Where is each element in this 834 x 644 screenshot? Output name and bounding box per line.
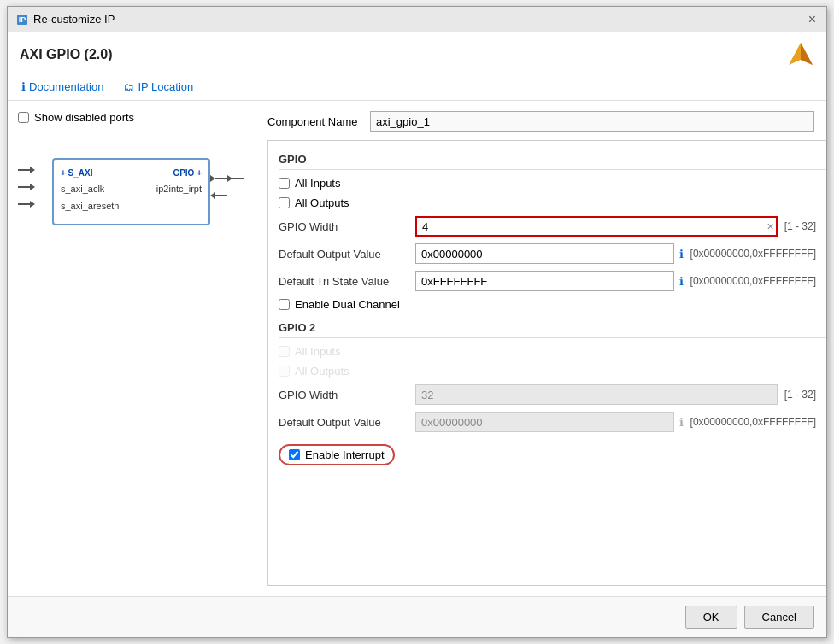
tab-documentation-label: Documentation — [29, 80, 103, 93]
schematic-box: + S_AXI GPIO + s_axi_aclk s_axi_aresetn … — [52, 158, 210, 225]
all-inputs-checkbox[interactable] — [279, 178, 290, 189]
show-disabled-ports-label: Show disabled ports — [34, 111, 134, 124]
default-output-value-info-icon[interactable]: ℹ — [679, 248, 684, 261]
component-name-row: Component Name — [267, 111, 826, 132]
all-outputs-label: All Outputs — [295, 196, 349, 209]
gpio2-all-inputs-label: All Inputs — [295, 345, 340, 358]
xilinx-logo — [787, 41, 814, 68]
gpio2-default-output-value-row: Default Output Value ℹ [0x00000000,0xFFF… — [279, 412, 826, 432]
enable-interrupt-row: Enable Interrupt — [279, 444, 826, 465]
schematic-wrapper: + S_AXI GPIO + s_axi_aclk s_axi_aresetn … — [18, 149, 244, 225]
svg-marker-3 — [801, 43, 813, 65]
enable-interrupt-checkbox[interactable] — [289, 449, 300, 460]
gpio2-width-row: GPIO Width [1 - 32] — [279, 384, 826, 405]
enable-interrupt-label: Enable Interrupt — [305, 448, 385, 461]
gpio-width-row: GPIO Width × [1 - 32] — [279, 216, 826, 237]
port-s-axi-aresetn: s_axi_aresetn — [61, 198, 120, 215]
gpio2-all-outputs-label: All Outputs — [295, 365, 349, 378]
gpio-width-clear-button[interactable]: × — [766, 220, 773, 233]
ok-button[interactable]: OK — [685, 606, 737, 629]
component-name-label: Component Name — [267, 115, 361, 128]
schematic-title: + S_AXI GPIO + — [61, 168, 202, 178]
left-panel: Show disabled ports — [8, 101, 255, 596]
gpio2-all-outputs-row: All Outputs — [279, 365, 826, 378]
title-bar: IP Re-customize IP × — [8, 7, 826, 32]
gpio2-default-output-info-icon: ℹ — [679, 416, 684, 429]
tab-ip-location[interactable]: 🗂 IP Location — [122, 77, 195, 100]
gpio2-width-input — [415, 384, 778, 405]
enable-dual-channel-checkbox[interactable] — [279, 299, 290, 310]
default-tri-state-info-icon[interactable]: ℹ — [679, 275, 684, 288]
all-inputs-row: All Inputs — [279, 177, 826, 190]
app-title-text: AXI GPIO (2.0) — [20, 47, 112, 62]
gpio2-width-range: [1 - 32] — [784, 389, 816, 401]
gpio2-section-title: GPIO 2 — [279, 321, 826, 338]
enable-dual-channel-row: Enable Dual Channel — [279, 298, 826, 311]
right-panel: Component Name GPIO All Inputs All Outpu… — [255, 101, 826, 596]
gpio-section-title: GPIO — [279, 153, 826, 170]
close-button[interactable]: × — [807, 13, 818, 26]
tab-documentation[interactable]: ℹ Documentation — [20, 77, 105, 100]
port-ip2intc-irpt: ip2intc_irpt — [156, 181, 202, 198]
gpio-width-range: [1 - 32] — [784, 220, 816, 232]
gpio2-default-output-value-range: [0x00000000,0xFFFFFFFF] — [690, 416, 816, 428]
schematic-right-ports: ip2intc_irpt — [156, 181, 202, 215]
all-inputs-label: All Inputs — [295, 177, 340, 190]
default-output-value-label: Default Output Value — [279, 248, 415, 261]
enable-interrupt-circle: Enable Interrupt — [279, 444, 395, 465]
gpio2-width-label: GPIO Width — [279, 389, 415, 401]
folder-icon: 🗂 — [124, 81, 134, 93]
gpio2-all-inputs-row: All Inputs — [279, 345, 826, 358]
tab-ip-location-label: IP Location — [138, 80, 193, 93]
gpio2-default-output-value-label: Default Output Value — [279, 416, 415, 429]
enable-dual-channel-label: Enable Dual Channel — [295, 298, 400, 311]
cancel-button[interactable]: Cancel — [744, 606, 814, 629]
default-tri-state-value-range: [0x00000000,0xFFFFFFFF] — [690, 275, 816, 287]
gpio2-default-output-value-input — [415, 412, 674, 432]
all-outputs-row: All Outputs — [279, 196, 826, 209]
gpio2-all-outputs-checkbox — [279, 366, 290, 377]
dialog-title: Re-customize IP — [33, 13, 115, 26]
default-output-value-row: Default Output Value ℹ [0x00000000,0xFFF… — [279, 243, 826, 264]
gpio-width-input-wrapper: × — [415, 216, 778, 237]
main-content: Show disabled ports — [8, 101, 826, 596]
default-output-value-range: [0x00000000,0xFFFFFFFF] — [690, 248, 816, 260]
show-disabled-ports-checkbox[interactable] — [18, 112, 29, 123]
default-output-value-input[interactable] — [415, 243, 674, 264]
config-scroll-area[interactable]: GPIO All Inputs All Outputs GPIO Width — [267, 140, 826, 586]
schematic-left-ports: s_axi_aclk s_axi_aresetn — [61, 181, 120, 215]
info-icon: ℹ — [21, 80, 26, 93]
footer: OK Cancel — [8, 596, 826, 637]
component-name-input[interactable] — [370, 111, 814, 132]
app-title-row: AXI GPIO (2.0) — [20, 41, 814, 68]
all-outputs-checkbox[interactable] — [279, 197, 290, 208]
show-disabled-ports-row: Show disabled ports — [18, 111, 244, 124]
dialog-window: IP Re-customize IP × AXI GPIO (2.0) ℹ Do… — [7, 6, 827, 638]
dialog-icon: IP — [16, 14, 28, 26]
default-tri-state-value-label: Default Tri State Value — [279, 275, 415, 288]
gpio-width-label: GPIO Width — [279, 220, 415, 233]
header-section: AXI GPIO (2.0) ℹ Documentation 🗂 IP Loca… — [8, 32, 826, 101]
default-tri-state-value-row: Default Tri State Value ℹ [0x00000000,0x… — [279, 271, 826, 291]
nav-tabs: ℹ Documentation 🗂 IP Location — [20, 77, 814, 100]
svg-text:IP: IP — [19, 15, 26, 24]
gpio2-all-inputs-checkbox — [279, 346, 290, 357]
gpio2-section: GPIO 2 All Inputs All Outputs GPIO Width… — [279, 321, 826, 432]
default-tri-state-value-input[interactable] — [415, 271, 674, 291]
gpio-width-input[interactable] — [415, 216, 778, 237]
gpio-section: GPIO All Inputs All Outputs GPIO Width — [279, 153, 826, 311]
port-s-axi-aclk: s_axi_aclk — [61, 181, 120, 198]
